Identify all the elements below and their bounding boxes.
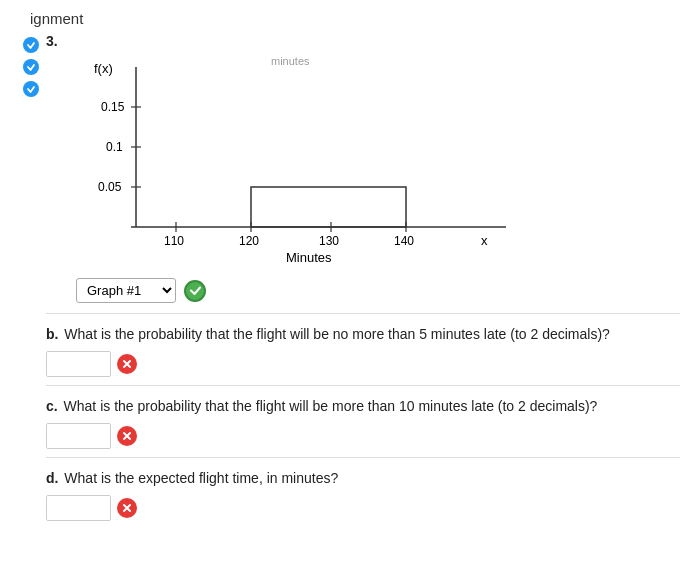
sidebar-check-3 [23, 81, 39, 97]
question-3-row: 3. f(x) 0.15 0.1 [20, 33, 680, 525]
x-tick-140: 140 [394, 234, 414, 248]
sub-c-input[interactable] [46, 423, 111, 449]
page-container: ignment 3. f(x) [0, 0, 700, 569]
sub-b-input[interactable] [46, 351, 111, 377]
x-axis-label: Minutes [286, 250, 332, 265]
x-axis-x-label: x [481, 233, 488, 248]
sub-b-label: b. [46, 326, 58, 342]
question-content: 3. f(x) 0.15 0.1 [46, 33, 680, 525]
page-title: ignment [20, 10, 680, 27]
sub-c-error-icon [117, 426, 137, 446]
y-tick-015: 0.15 [101, 100, 125, 114]
top-label: minutes [271, 55, 310, 67]
x-tick-110: 110 [164, 234, 184, 248]
sub-d-input-row [46, 495, 680, 521]
x-tick-130: 130 [319, 234, 339, 248]
sub-c-input-row [46, 423, 680, 449]
graph-svg: f(x) 0.15 0.1 0.05 [76, 57, 556, 267]
sidebar-checks [20, 37, 42, 97]
graph-container: f(x) 0.15 0.1 0.05 [76, 57, 680, 270]
sub-d-text: What is the expected flight time, in min… [64, 470, 338, 486]
sidebar-check-1 [23, 37, 39, 53]
y-tick-005: 0.05 [98, 180, 122, 194]
y-tick-01: 0.1 [106, 140, 123, 154]
sub-d-input[interactable] [46, 495, 111, 521]
histogram-bar [251, 187, 406, 227]
divider-1 [46, 313, 680, 314]
sub-question-d: d. What is the expected flight time, in … [46, 468, 680, 489]
y-axis-label: f(x) [94, 61, 113, 76]
sub-d-label: d. [46, 470, 58, 486]
sub-d-error-icon [117, 498, 137, 518]
sub-c-label: c. [46, 398, 58, 414]
divider-2 [46, 385, 680, 386]
question-number: 3. [46, 33, 58, 49]
sub-b-error-icon [117, 354, 137, 374]
sub-b-input-row [46, 351, 680, 377]
graph-select[interactable]: Graph #1 Graph #2 Graph #3 [76, 278, 176, 303]
divider-3 [46, 457, 680, 458]
sub-c-text: What is the probability that the flight … [64, 398, 598, 414]
graph-confirm-check[interactable] [184, 280, 206, 302]
sub-question-b: b. What is the probability that the flig… [46, 324, 680, 345]
graph-dropdown-row: Graph #1 Graph #2 Graph #3 [76, 278, 680, 303]
sub-b-text: What is the probability that the flight … [64, 326, 610, 342]
sub-question-c: c. What is the probability that the flig… [46, 396, 680, 417]
sidebar-check-2 [23, 59, 39, 75]
x-tick-120: 120 [239, 234, 259, 248]
